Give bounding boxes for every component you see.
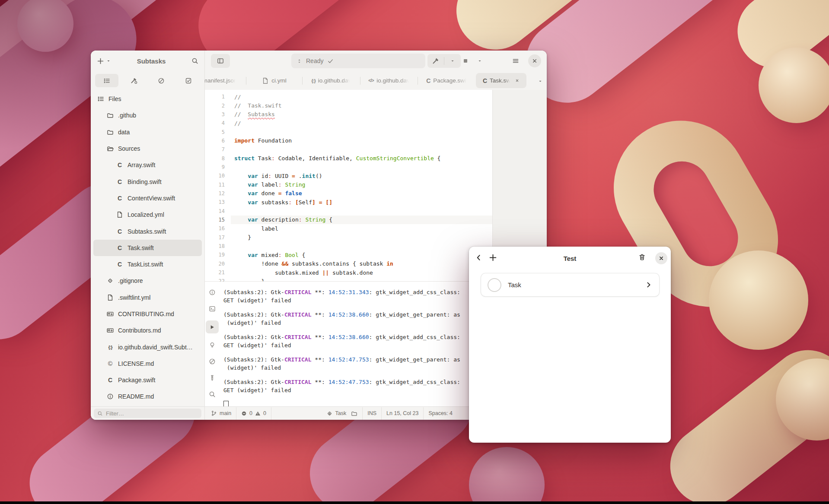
omnibar[interactable]: Ready: [291, 54, 425, 68]
code-line-20[interactable]: !done && subtasks.contains { subtask in: [231, 260, 492, 268]
c-lang-icon: C: [116, 178, 123, 185]
tree-item-contributing-md[interactable]: CONTRIBUTING.md: [93, 306, 202, 322]
line-number: 3: [205, 111, 225, 117]
sidebar-tool-forbidden-circle[interactable]: [150, 74, 173, 87]
code-line-22[interactable]: }: [231, 277, 492, 281]
tree-item-tasklist-swift[interactable]: CTaskList.swift: [93, 256, 202, 273]
tab-io-github-dav[interactable]: </>io.github.dav: [360, 71, 418, 90]
tree-item-binding-swift[interactable]: CBinding.swift: [93, 173, 202, 190]
new-file-button[interactable]: [97, 57, 104, 65]
code-line-13[interactable]: var subtasks: [Self] = []: [231, 198, 492, 206]
panel-rail-vial[interactable]: [207, 373, 217, 383]
tree-item-contentview-swift[interactable]: CContentView.swift: [93, 190, 202, 206]
insert-mode-indicator[interactable]: INS: [367, 410, 376, 416]
code-line-16[interactable]: label: [231, 224, 492, 233]
tab-ci-yml[interactable]: ci.yml: [246, 71, 302, 90]
task-checkbox[interactable]: [488, 278, 501, 292]
code-line-4[interactable]: //: [231, 119, 492, 127]
tree-item-contributors-md[interactable]: Contributors.md: [93, 322, 202, 339]
tab-package-swif[interactable]: CPackage.swif: [418, 71, 476, 90]
code-line-19[interactable]: var mixed: Bool {: [231, 250, 492, 259]
tree-item-package-swift[interactable]: CPackage.swift: [93, 372, 202, 388]
tree-item-localized-yml[interactable]: Localized.yml: [93, 206, 202, 223]
tab-close-button[interactable]: [515, 78, 520, 83]
tab-io-github-dav[interactable]: {:}io.github.dav: [303, 71, 360, 90]
tree-item-label: .github: [118, 112, 136, 119]
sidebar-tool-unit-tests-checkbox[interactable]: [177, 74, 200, 87]
code-line-14[interactable]: [231, 206, 492, 215]
code-line-15[interactable]: var description: String {: [231, 216, 492, 224]
tree-item-label: LICENSE.md: [118, 360, 154, 367]
code-line-21[interactable]: subtask.mixed || subtask.done: [231, 268, 492, 277]
sidebar-tool-build-hammer[interactable]: [122, 74, 146, 87]
info-circle-icon: [107, 393, 114, 400]
code-line-10[interactable]: var id: UUID = .init(): [231, 171, 492, 180]
build-button[interactable]: [427, 57, 444, 64]
diagnostics-indicator[interactable]: 0 0: [241, 410, 266, 416]
tree-item-label: Sources: [118, 145, 140, 152]
line-number: 16: [205, 225, 225, 231]
tree-item-license-md[interactable]: ©LICENSE.md: [93, 355, 202, 372]
git-branch-indicator[interactable]: main: [211, 410, 231, 416]
new-file-dropdown[interactable]: [106, 58, 111, 63]
code-line-8[interactable]: struct Task: Codable, Identifiable, Cust…: [231, 154, 492, 162]
panel-rail-play[interactable]: [206, 320, 219, 333]
run-options-dropdown[interactable]: [474, 54, 486, 68]
source-view[interactable]: //// Task.swift// Subtasks//import Found…: [231, 90, 492, 281]
tree-item-task-swift[interactable]: CTask.swift: [93, 240, 202, 256]
code-line-9[interactable]: [231, 163, 492, 171]
panel-rail-info-circle[interactable]: [207, 288, 217, 297]
open-pages-dropdown[interactable]: [538, 78, 543, 86]
build-options-dropdown[interactable]: [444, 58, 461, 63]
code-line-11[interactable]: var label: String: [231, 180, 492, 189]
search-button[interactable]: [191, 57, 198, 64]
code-line-18[interactable]: [231, 242, 492, 250]
sidebar-tool-project-tree[interactable]: [95, 74, 118, 87]
tree-item-subtasks-swift[interactable]: CSubtasks.swift: [93, 223, 202, 239]
window-close-button[interactable]: [528, 54, 541, 67]
tree-item-files[interactable]: Files: [93, 91, 202, 107]
tree-item-sources[interactable]: Sources: [93, 140, 202, 157]
listview-icon: [97, 95, 104, 102]
tab-manifest-json[interactable]: manifest.json: [205, 71, 246, 90]
panel-rail: [205, 282, 219, 406]
c-lang-icon: C: [107, 377, 114, 384]
markdown-icon: [107, 327, 114, 334]
code-line-1[interactable]: //: [231, 92, 492, 101]
tree-item-label: Task.swift: [128, 244, 154, 251]
tree-item--github[interactable]: .github: [93, 107, 202, 124]
panel-rail-lightbulb[interactable]: [207, 340, 217, 350]
test-app-window: Test Task: [469, 247, 671, 443]
code-line-12[interactable]: var done = false: [231, 189, 492, 198]
panel-rail-search[interactable]: [207, 390, 217, 399]
panel-rail-forbidden-circle[interactable]: [207, 357, 217, 366]
tree-item-label: .swiftlint.yml: [118, 294, 150, 301]
tree-item-label: Package.swift: [118, 377, 155, 384]
tree-item--swiftlint-yml[interactable]: .swiftlint.yml: [93, 289, 202, 306]
indentation-indicator[interactable]: Spaces: 4: [428, 410, 453, 416]
tree-item-data[interactable]: data: [93, 124, 202, 140]
code-line-6[interactable]: import Foundation: [231, 136, 492, 145]
task-row[interactable]: Task: [481, 273, 659, 296]
tree-item--gitignore[interactable]: .gitignore: [93, 273, 202, 289]
tree-item-io-github-david-swift-subt-[interactable]: {:}io.github.david_swift.Subt…: [93, 339, 202, 355]
code-line-5[interactable]: [231, 127, 492, 136]
code-line-17[interactable]: }: [231, 233, 492, 242]
run-target-indicator[interactable]: Task: [326, 410, 347, 417]
delete-button[interactable]: [638, 254, 646, 261]
code-line-2[interactable]: // Task.swift: [231, 101, 492, 110]
code-line-3[interactable]: // Subtasks: [231, 110, 492, 119]
folder-indicator[interactable]: [351, 410, 357, 417]
test-close-button[interactable]: [655, 252, 667, 264]
main-menu-button[interactable]: [508, 54, 523, 68]
stop-button[interactable]: [459, 54, 472, 68]
tree-item-readme-md[interactable]: README.md: [93, 388, 202, 405]
cursor-position-indicator[interactable]: Ln 15, Col 23: [386, 410, 418, 416]
toggle-sidebar-button[interactable]: [211, 54, 230, 68]
code-line-7[interactable]: [231, 145, 492, 154]
tree-item-label: Files: [108, 95, 121, 102]
tree-item-array-swift[interactable]: CArray.swift: [93, 157, 202, 173]
panel-rail-terminal[interactable]: [207, 304, 217, 314]
tree-filter-input[interactable]: Filter…: [94, 409, 201, 418]
tab-task-sw[interactable]: CTask.sw: [476, 73, 526, 88]
